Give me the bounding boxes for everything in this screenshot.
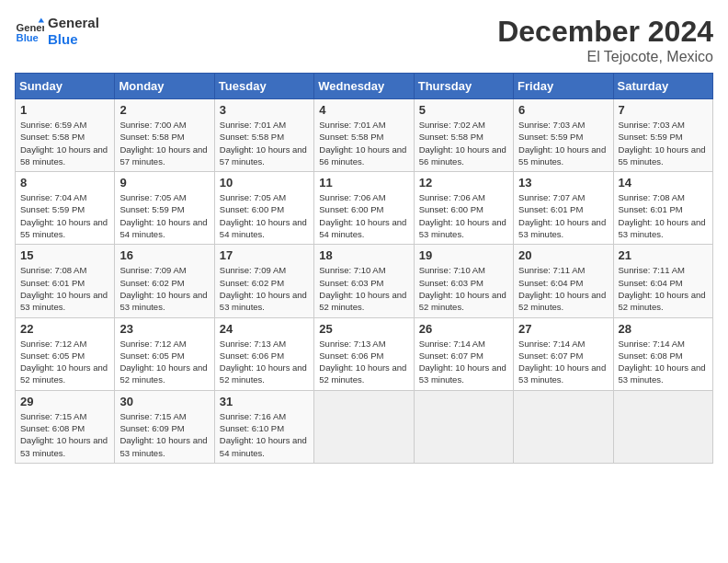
day-number-24: 24 xyxy=(220,322,309,336)
day-info-9: Sunrise: 7:05 AM Sunset: 5:59 PM Dayligh… xyxy=(119,191,209,240)
page-title: December 2024 xyxy=(497,15,713,49)
day-info-31: Sunrise: 7:16 AM Sunset: 6:10 PM Dayligh… xyxy=(220,410,309,459)
title-block: December 2024 El Tejocote, Mexico xyxy=(497,15,713,65)
day-number-15: 15 xyxy=(20,248,109,262)
day-info-17: Sunrise: 7:09 AM Sunset: 6:02 PM Dayligh… xyxy=(220,264,309,313)
day-cell-3: 3 Sunrise: 7:01 AM Sunset: 5:58 PM Dayli… xyxy=(214,99,313,172)
empty-cell xyxy=(314,390,414,463)
day-info-26: Sunrise: 7:14 AM Sunset: 6:07 PM Dayligh… xyxy=(419,338,508,386)
day-info-21: Sunrise: 7:11 AM Sunset: 6:04 PM Dayligh… xyxy=(619,264,708,313)
day-info-13: Sunrise: 7:07 AM Sunset: 6:01 PM Dayligh… xyxy=(518,191,608,240)
day-cell-2: 2 Sunrise: 7:00 AM Sunset: 5:58 PM Dayli… xyxy=(115,99,214,172)
logo-blue: Blue xyxy=(48,31,99,48)
day-number-20: 20 xyxy=(518,248,608,262)
day-number-29: 29 xyxy=(20,395,109,408)
day-number-25: 25 xyxy=(319,322,408,336)
logo-general: General xyxy=(48,15,99,31)
day-cell-5: 5 Sunrise: 7:02 AM Sunset: 5:58 PM Dayli… xyxy=(414,99,513,172)
day-cell-12: 12 Sunrise: 7:06 AM Sunset: 6:00 PM Dayl… xyxy=(414,172,513,245)
empty-cell xyxy=(514,390,613,463)
day-cell-10: 10 Sunrise: 7:05 AM Sunset: 6:00 PM Dayl… xyxy=(214,172,313,245)
header-sunday: Sunday xyxy=(16,74,115,99)
empty-cell xyxy=(613,390,712,463)
calendar-week: 22 Sunrise: 7:12 AM Sunset: 6:05 PM Dayl… xyxy=(16,317,713,390)
weekday-header-row: Sunday Monday Tuesday Wednesday Thursday… xyxy=(16,74,713,99)
header-tuesday: Tuesday xyxy=(214,74,313,99)
day-number-30: 30 xyxy=(119,395,209,408)
day-cell-26: 26 Sunrise: 7:14 AM Sunset: 6:07 PM Dayl… xyxy=(414,317,513,390)
day-cell-8: 8 Sunrise: 7:04 AM Sunset: 5:59 PM Dayli… xyxy=(16,172,115,245)
header-monday: Monday xyxy=(115,74,214,99)
day-cell-19: 19 Sunrise: 7:10 AM Sunset: 6:03 PM Dayl… xyxy=(414,245,513,317)
calendar-week: 8 Sunrise: 7:04 AM Sunset: 5:59 PM Dayli… xyxy=(16,172,713,245)
day-info-4: Sunrise: 7:01 AM Sunset: 5:58 PM Dayligh… xyxy=(319,119,408,167)
day-number-6: 6 xyxy=(518,103,608,117)
day-number-10: 10 xyxy=(220,176,309,190)
calendar-table: Sunday Monday Tuesday Wednesday Thursday… xyxy=(15,73,713,464)
day-cell-28: 28 Sunrise: 7:14 AM Sunset: 6:08 PM Dayl… xyxy=(613,317,712,390)
day-info-29: Sunrise: 7:15 AM Sunset: 6:08 PM Dayligh… xyxy=(20,410,109,459)
day-number-21: 21 xyxy=(619,248,708,262)
day-cell-29: 29 Sunrise: 7:15 AM Sunset: 6:08 PM Dayl… xyxy=(16,390,115,463)
header-wednesday: Wednesday xyxy=(314,74,414,99)
day-cell-31: 31 Sunrise: 7:16 AM Sunset: 6:10 PM Dayl… xyxy=(214,390,313,463)
day-number-16: 16 xyxy=(119,248,209,262)
calendar-week: 29 Sunrise: 7:15 AM Sunset: 6:08 PM Dayl… xyxy=(16,390,713,463)
header-saturday: Saturday xyxy=(613,74,712,99)
day-info-6: Sunrise: 7:03 AM Sunset: 5:59 PM Dayligh… xyxy=(518,119,608,167)
logo: General Blue General Blue xyxy=(15,15,99,48)
day-cell-18: 18 Sunrise: 7:10 AM Sunset: 6:03 PM Dayl… xyxy=(314,245,414,317)
day-info-1: Sunrise: 6:59 AM Sunset: 5:58 PM Dayligh… xyxy=(20,119,109,167)
day-info-20: Sunrise: 7:11 AM Sunset: 6:04 PM Dayligh… xyxy=(518,264,608,313)
day-info-5: Sunrise: 7:02 AM Sunset: 5:58 PM Dayligh… xyxy=(419,119,508,167)
day-number-18: 18 xyxy=(319,248,408,262)
day-info-19: Sunrise: 7:10 AM Sunset: 6:03 PM Dayligh… xyxy=(419,264,508,313)
day-info-30: Sunrise: 7:15 AM Sunset: 6:09 PM Dayligh… xyxy=(119,410,209,459)
day-number-17: 17 xyxy=(220,248,309,262)
day-cell-25: 25 Sunrise: 7:13 AM Sunset: 6:06 PM Dayl… xyxy=(314,317,414,390)
day-cell-16: 16 Sunrise: 7:09 AM Sunset: 6:02 PM Dayl… xyxy=(115,245,214,317)
day-cell-15: 15 Sunrise: 7:08 AM Sunset: 6:01 PM Dayl… xyxy=(16,245,115,317)
day-cell-9: 9 Sunrise: 7:05 AM Sunset: 5:59 PM Dayli… xyxy=(115,172,214,245)
day-number-27: 27 xyxy=(518,322,608,336)
day-number-14: 14 xyxy=(619,176,708,190)
day-number-23: 23 xyxy=(119,322,209,336)
day-number-8: 8 xyxy=(20,176,109,190)
page-subtitle: El Tejocote, Mexico xyxy=(497,49,713,65)
day-cell-30: 30 Sunrise: 7:15 AM Sunset: 6:09 PM Dayl… xyxy=(115,390,214,463)
day-info-24: Sunrise: 7:13 AM Sunset: 6:06 PM Dayligh… xyxy=(220,338,309,386)
day-info-14: Sunrise: 7:08 AM Sunset: 6:01 PM Dayligh… xyxy=(619,191,708,240)
day-info-2: Sunrise: 7:00 AM Sunset: 5:58 PM Dayligh… xyxy=(119,119,209,167)
day-cell-4: 4 Sunrise: 7:01 AM Sunset: 5:58 PM Dayli… xyxy=(314,99,414,172)
day-info-28: Sunrise: 7:14 AM Sunset: 6:08 PM Dayligh… xyxy=(619,338,708,386)
header-friday: Friday xyxy=(514,74,613,99)
day-number-11: 11 xyxy=(319,176,408,190)
page-header: General Blue General Blue December 2024 … xyxy=(15,15,713,65)
day-cell-23: 23 Sunrise: 7:12 AM Sunset: 6:05 PM Dayl… xyxy=(115,317,214,390)
day-cell-7: 7 Sunrise: 7:03 AM Sunset: 5:59 PM Dayli… xyxy=(613,99,712,172)
day-cell-27: 27 Sunrise: 7:14 AM Sunset: 6:07 PM Dayl… xyxy=(514,317,613,390)
day-cell-21: 21 Sunrise: 7:11 AM Sunset: 6:04 PM Dayl… xyxy=(613,245,712,317)
day-number-3: 3 xyxy=(220,103,309,117)
day-number-19: 19 xyxy=(419,248,508,262)
day-cell-17: 17 Sunrise: 7:09 AM Sunset: 6:02 PM Dayl… xyxy=(214,245,313,317)
day-cell-11: 11 Sunrise: 7:06 AM Sunset: 6:00 PM Dayl… xyxy=(314,172,414,245)
calendar-week: 15 Sunrise: 7:08 AM Sunset: 6:01 PM Dayl… xyxy=(16,245,713,317)
day-number-31: 31 xyxy=(220,395,309,408)
day-info-12: Sunrise: 7:06 AM Sunset: 6:00 PM Dayligh… xyxy=(419,191,508,240)
day-cell-1: 1 Sunrise: 6:59 AM Sunset: 5:58 PM Dayli… xyxy=(16,99,115,172)
day-number-13: 13 xyxy=(518,176,608,190)
day-cell-14: 14 Sunrise: 7:08 AM Sunset: 6:01 PM Dayl… xyxy=(613,172,712,245)
day-number-7: 7 xyxy=(619,103,708,117)
day-info-10: Sunrise: 7:05 AM Sunset: 6:00 PM Dayligh… xyxy=(220,191,309,240)
logo-icon: General Blue xyxy=(15,17,44,46)
day-number-2: 2 xyxy=(119,103,209,117)
day-number-9: 9 xyxy=(119,176,209,190)
day-info-16: Sunrise: 7:09 AM Sunset: 6:02 PM Dayligh… xyxy=(119,264,209,313)
day-info-8: Sunrise: 7:04 AM Sunset: 5:59 PM Dayligh… xyxy=(20,191,109,240)
header-thursday: Thursday xyxy=(414,74,513,99)
day-number-22: 22 xyxy=(20,322,109,336)
svg-text:General: General xyxy=(17,22,44,33)
day-info-11: Sunrise: 7:06 AM Sunset: 6:00 PM Dayligh… xyxy=(319,191,408,240)
day-cell-22: 22 Sunrise: 7:12 AM Sunset: 6:05 PM Dayl… xyxy=(16,317,115,390)
